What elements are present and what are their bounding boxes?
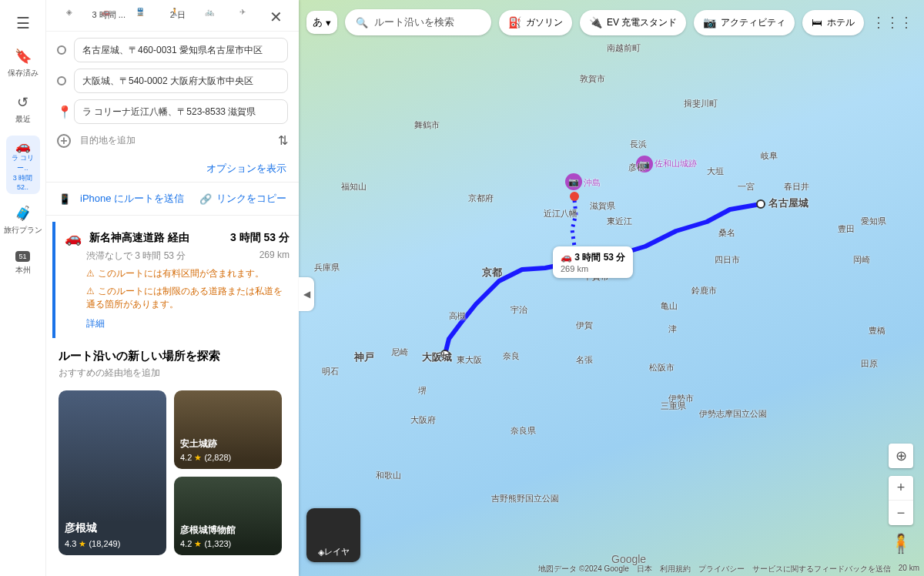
terms-link[interactable]: 利用規約 [660, 564, 691, 574]
mode-walk[interactable]: 🚶2 日 [163, 8, 192, 23]
label-osakafu: 大阪府 [410, 414, 436, 426]
label-kuwana: 桑名 [718, 227, 735, 239]
waypoint-input[interactable] [74, 69, 288, 93]
card-rating: 4.2 ★ (2,828) [180, 453, 231, 463]
label-hyogo: 兵庫県 [314, 262, 340, 273]
plan-label: 旅行プラン [4, 225, 42, 236]
map-top-bar: あ▾ 🔍ルート沿いを検索 ⛽ガソリン 🔌EV 充電スタンド 📷アクティビティ 🛏… [306, 9, 916, 35]
car-icon: 🚗 [65, 229, 82, 246]
recent-button[interactable]: ↺最近 [15, 89, 31, 129]
mode-best[interactable]: ◈ [59, 8, 89, 23]
label-uji: 宇治 [511, 304, 527, 316]
route-time: 3 時間 53 分 [230, 231, 290, 245]
label-iseshima: 伊勢志摩国立公園 [699, 408, 767, 420]
card-title: ラ コリー.. [9, 153, 37, 173]
route-details-link[interactable]: 詳細 [86, 317, 290, 330]
scale-label: 20 km [899, 564, 919, 574]
mode-flight[interactable]: ✈ [233, 8, 262, 23]
zoom-in-button[interactable]: + [889, 476, 913, 501]
label-takatsuki: 高槻 [449, 310, 466, 322]
badge-count: 51 [15, 251, 29, 262]
left-rail: ☰ 🔖保存済み ↺最近 🚗 ラ コリー.. 3 時間 52.. 🧳旅行プラン 5… [0, 0, 46, 576]
label-narapref: 奈良県 [511, 425, 536, 437]
search-icon: 🔍 [356, 17, 368, 28]
zoom-control: + − [889, 476, 913, 525]
label-ibigawa: 揖斐川町 [684, 98, 718, 109]
destination-input[interactable] [74, 99, 288, 124]
origin-dot-icon [57, 45, 66, 55]
chevron-down-icon: ▾ [326, 17, 331, 28]
label-hikone: 彦根 [628, 162, 645, 173]
origin-input[interactable] [74, 38, 288, 62]
label-tahara: 田原 [861, 358, 878, 370]
destination-pin-icon: 📍 [57, 105, 66, 119]
search-placeholder: ルート沿いを検索 [374, 15, 454, 29]
collapse-panel-button[interactable]: ◀ [299, 277, 314, 311]
mode-transit[interactable]: 🚆 [129, 8, 158, 23]
pegman-button[interactable]: 🧍 [889, 533, 913, 554]
recent-route-card[interactable]: 🚗 ラ コリー.. 3 時間 52.. [6, 136, 40, 194]
pill-hotel[interactable]: 🛏ホテル [802, 10, 864, 35]
label-okazaki: 岡崎 [853, 254, 870, 266]
label-okishima: 沖島 [584, 177, 601, 189]
label-echizen: 南越前町 [607, 42, 641, 54]
label-maizuru: 舞鶴市 [414, 119, 440, 131]
pill-ev[interactable]: 🔌EV 充電スタンド [580, 10, 686, 35]
mode-car[interactable]: 🚗3 時間 ... [94, 8, 123, 23]
pill-activity[interactable]: 📷アクティビティ [694, 10, 795, 35]
layers-button[interactable]: ◈ レイヤ [306, 508, 360, 562]
map-canvas[interactable]: あ▾ 🔍ルート沿いを検索 ⛽ガソリン 🔌EV 充電スタンド 📷アクティビティ 🛏… [299, 0, 924, 576]
feedback-link[interactable]: サービスに関するフィードバックを送信 [752, 564, 891, 574]
saved-button[interactable]: 🔖保存済み [8, 43, 38, 83]
region-badge[interactable]: 51本州 [15, 246, 31, 280]
recenter-button[interactable]: ⊕ [889, 444, 913, 468]
add-destination-button[interactable]: + [57, 134, 71, 148]
recent-label: 最近 [15, 114, 31, 125]
language-chip[interactable]: あ▾ [306, 11, 337, 34]
label-iga: 伊賀 [576, 320, 593, 331]
lang-label: あ [313, 15, 323, 29]
mode-bike[interactable]: 🚲 [198, 8, 227, 23]
country-link[interactable]: 日本 [637, 564, 652, 574]
route-via: 新名神高速道路 経由 [89, 231, 223, 245]
route-polyline [299, 0, 924, 576]
explore-card-museum[interactable]: 彦根城博物館 4.2 ★ (1,323) [174, 477, 282, 555]
trip-plan-button[interactable]: 🧳旅行プラン [4, 200, 42, 240]
camera-icon: 📷 [703, 16, 716, 28]
label-higashiosaka: 東大阪 [457, 354, 482, 366]
label-biwako: 近江八幡 [544, 208, 578, 219]
badge-label: 本州 [15, 265, 31, 276]
label-nabari: 名張 [576, 354, 593, 366]
route-options-link[interactable]: オプションを表示 [46, 156, 299, 183]
bike-icon: 🚲 [205, 8, 220, 23]
privacy-link[interactable]: プライバシー [698, 564, 745, 574]
search-along-route[interactable]: 🔍ルート沿いを検索 [345, 9, 491, 35]
history-icon: ↺ [17, 94, 28, 111]
label-higashiomi: 東近江 [607, 216, 632, 227]
suitcase-icon: 🧳 [15, 205, 32, 222]
label-kyotopref: 京都府 [468, 193, 494, 204]
menu-button[interactable]: ☰ [16, 9, 30, 37]
route-warn-toll: このルートには有料区間が含まれます。 [86, 267, 290, 280]
route-card[interactable]: 🚗 新名神高速道路 経由 3 時間 53 分 渋滞なしで 3 時間 53 分 2… [52, 222, 299, 338]
explore-card-hikone[interactable]: 彦根城 4.3 ★ (18,249) [59, 390, 166, 555]
apps-button[interactable]: ⋮⋮⋮ [872, 14, 913, 31]
copy-link-label: リンクをコピー [216, 192, 286, 206]
pill-label: EV 充電スタンド [607, 16, 677, 29]
copy-link-button[interactable]: 🔗リンクをコピー [199, 192, 286, 206]
label-sawayama: 佐和山城跡 [654, 158, 697, 169]
explore-card-azuchi[interactable]: 安土城跡 4.2 ★ (2,828) [174, 390, 282, 469]
photo-pin-okishima[interactable]: 📷 [565, 173, 582, 190]
reverse-button[interactable]: ⇅ [278, 133, 288, 148]
pill-label: アクティビティ [721, 16, 785, 29]
zoom-out-button[interactable]: − [889, 501, 913, 525]
send-to-phone-link[interactable]: iPhone にルートを送信 [80, 192, 184, 206]
card-rating: 4.3 ★ (18,249) [65, 539, 120, 549]
map-controls: ⊕ + − 🧍 [889, 444, 913, 554]
pill-gas[interactable]: ⛽ガソリン [499, 10, 572, 35]
close-button[interactable]: ✕ [266, 8, 285, 26]
label-fukuchiyama: 福知山 [341, 181, 367, 193]
label-nagoya: 名古屋城 [768, 196, 808, 210]
label-kobe: 神戸 [354, 350, 374, 364]
label-aichi: 愛知県 [861, 216, 886, 227]
